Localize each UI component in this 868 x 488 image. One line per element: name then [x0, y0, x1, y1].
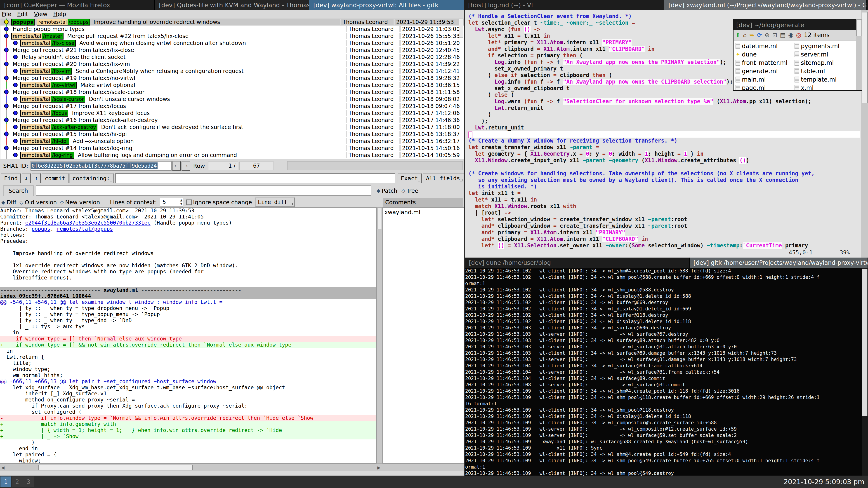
find-down-button[interactable]: ↓	[22, 173, 31, 183]
commit-row[interactable]: popupsremotes/tal/popupsImprove handling…	[0, 19, 464, 26]
menu-view[interactable]: View	[34, 11, 47, 18]
new-version-radio[interactable]: ◇New version	[60, 199, 100, 205]
branch-ref-badge[interactable]: popups	[11, 19, 35, 26]
commit-row[interactable]: Merge pull request #19 from talex5/no-vi…	[0, 74, 464, 82]
commit-row[interactable]: remotes/tal/scale-cursorDon't unscale cu…	[0, 96, 464, 103]
branch-ref-badge[interactable]: remotes/tal/hi-dpi	[20, 138, 69, 144]
refresh-icon[interactable]: ⟳	[757, 32, 762, 38]
window-tab[interactable]: [dev] Qubes-lite with KVM and Wayland - …	[155, 0, 309, 10]
patch-radio[interactable]: ◆Patch	[377, 188, 397, 194]
search-input[interactable]	[36, 186, 371, 196]
file-item[interactable]: generate.ml	[736, 67, 793, 75]
commit-link[interactable]: e2044f31d8a66a37e6353e62c550070bb27331ec	[25, 220, 151, 226]
commit-row[interactable]: Merge pull request #15 from talex5/hi-dp…	[0, 131, 464, 138]
branch-ref-badge[interactable]: remotes/tal/fix-vim	[20, 68, 72, 74]
file-item[interactable]: pygments.ml	[795, 42, 852, 50]
old-version-radio[interactable]: ◇Old version	[20, 199, 57, 205]
commit-row[interactable]: remotes/tal/focusImprove X11 keyboard fo…	[0, 109, 464, 117]
terminal-output[interactable]: 2021-10-29 11:46:53.102 wl-client [INFO]…	[465, 268, 868, 476]
commit-row[interactable]: remotes/tal/fix-closeAvoid warning when …	[0, 39, 464, 46]
menu-file[interactable]: File	[2, 11, 11, 18]
commit-row[interactable]: remotes/tal/fix-vimSend a ConfigureNotif…	[0, 68, 464, 74]
window-tab[interactable]: [com] CueKeeper — Mozilla Firefox	[0, 0, 155, 10]
menu-edit[interactable]: Edit	[17, 11, 28, 18]
find-containing-dropdown[interactable]: containing:	[69, 173, 114, 183]
commit-row[interactable]: remotes/tal/ack-after-destroyDon't ack_c…	[0, 124, 464, 131]
diff-scrollbar[interactable]	[377, 207, 382, 464]
menu-help[interactable]: Help	[53, 11, 66, 18]
window-tab[interactable]: [dev] wayland-proxy-virtwl: All files - …	[309, 0, 464, 10]
line-diff-dropdown[interactable]: Line diff	[255, 197, 294, 207]
diff-horizontal-scrollbar[interactable]: ◀ ▶	[0, 464, 464, 471]
commit-row[interactable]: remotes/tal/masterMerge pull request #22…	[0, 33, 464, 39]
file-item[interactable]: template.ml	[795, 75, 852, 84]
file-manager-scrollbar[interactable]	[856, 20, 862, 90]
branch-ref-badge[interactable]: remotes/tal/no-virtwl	[20, 82, 77, 89]
branch-ref-badge[interactable]: remotes/tal/popups	[37, 19, 90, 26]
file-item[interactable]: ✦dune	[736, 50, 793, 59]
commit-row[interactable]: Merge pull request #17 from talex5/focus…	[0, 103, 464, 109]
commit-list[interactable]: popupsremotes/tal/popupsImprove handling…	[0, 19, 464, 159]
find-input[interactable]	[115, 173, 395, 183]
terminal-tab[interactable]: [dev] dune /home/user/blog	[465, 258, 690, 268]
scroll-left-icon[interactable]: ◀	[1, 465, 4, 470]
file-item[interactable]: main.ml	[736, 75, 793, 84]
window-tab[interactable]: [dev] xwayland.ml (~/Projects/wayland/wa…	[664, 0, 867, 10]
spinner-arrows-icon[interactable]: ▲▼	[180, 198, 182, 205]
find-type-dropdown[interactable]: commit	[41, 173, 68, 183]
branch-ref-badge[interactable]: remotes/tal/ack-after-destroy	[20, 124, 97, 131]
changed-file-item[interactable]: xwayland.ml	[384, 209, 464, 216]
context-spinner[interactable]: 5▲▼	[160, 198, 183, 206]
workspace-button[interactable]: 2	[12, 477, 23, 487]
workspace-button[interactable]: 3	[23, 477, 34, 487]
file-item[interactable]: datetime.ml	[736, 42, 793, 50]
commit-row[interactable]: Merge pull request #20 from talex5/fix-v…	[0, 61, 464, 68]
commit-row[interactable]: Handle popup menu typesThomas Leonard202…	[0, 26, 464, 33]
zoom-select-icon[interactable]: ⊡	[772, 32, 777, 38]
eye-icon[interactable]: ◉	[788, 32, 794, 38]
branch-ref-badge[interactable]: remotes/tal/focus	[20, 110, 68, 117]
file-item[interactable]: sitemap.ml	[795, 59, 852, 67]
file-item[interactable]: page.ml	[736, 84, 793, 90]
up-arrow-icon[interactable]: ⬆	[735, 32, 740, 38]
branch-ref-badge[interactable]: remotes/tal/log-ring	[20, 152, 74, 159]
branch-ref-badge[interactable]: remotes/tal/scale-cursor	[20, 96, 85, 103]
workspace-button[interactable]: 1	[0, 477, 11, 487]
find-up-button[interactable]: ↑	[32, 173, 41, 183]
sha1-input[interactable]: 0f6e8d2225f02b56ab1f3c7778ba75ff9de5ad24	[31, 161, 172, 170]
scroll-thumb[interactable]	[38, 465, 193, 470]
commit-list-scrollbar[interactable]	[458, 19, 464, 26]
search-button[interactable]: Search	[3, 185, 33, 196]
commit-row[interactable]: Merge pull request #21 from talex5/fix-c…	[0, 46, 464, 54]
ignore-space-checkbox[interactable]: Ignore space change	[186, 199, 252, 205]
file-item[interactable]: front_matter.ml	[736, 59, 793, 67]
commit-row[interactable]: remotes/tal/log-ringAllow buffering logs…	[0, 152, 464, 159]
branch-ref-badge[interactable]: remotes/tal/fix-close	[20, 40, 76, 46]
list-view-icon[interactable]: ▤	[780, 32, 786, 38]
file-manager-list[interactable]: datetime.ml✦dunefront_matter.mlgenerate.…	[734, 40, 862, 90]
commit-link[interactable]: popups	[31, 226, 50, 232]
commit-row[interactable]: remotes/tal/no-virtwlMake virtwl optiona…	[0, 82, 464, 89]
commit-row[interactable]: Relay shouldn't close the client socketT…	[0, 54, 464, 61]
scroll-right-icon[interactable]: ▶	[377, 465, 380, 470]
zoom-in-icon[interactable]: ⊕	[765, 32, 770, 38]
find-exact-dropdown[interactable]: Exact	[398, 173, 422, 183]
scroll-thumb[interactable]	[459, 19, 463, 37]
commit-link[interactable]: remotes/tal/popups	[57, 226, 113, 232]
commit-row[interactable]: Merge pull request #18 from talex5/scale…	[0, 89, 464, 96]
jump-icon[interactable]: ➥	[749, 32, 754, 38]
terminal-tab[interactable]: [dev] gitk /home/user/Projects/wayland/w…	[690, 258, 868, 268]
diff-radio[interactable]: ◆Diff	[1, 199, 16, 205]
changed-file-list[interactable]: xwayland.ml	[382, 207, 464, 464]
find-fields-dropdown[interactable]: All fields	[423, 173, 464, 183]
home-icon[interactable]: ⌂	[743, 32, 747, 38]
find-button[interactable]: Find	[1, 173, 21, 183]
commit-row[interactable]: Merge pull request #14 from talex5/log-r…	[0, 144, 464, 152]
commit-row[interactable]: remotes/tal/hi-dpiAdd --x-unscale option…	[0, 138, 464, 144]
terminal-scrollbar[interactable]	[862, 268, 868, 476]
branch-ref-badge[interactable]: remotes/tal/master	[11, 33, 64, 39]
file-item[interactable]: x.ml	[795, 84, 852, 90]
diff-pane[interactable]: Author: Thomas Leonard <talex5@gmail.com…	[0, 207, 377, 464]
file-item[interactable]: server.ml	[795, 50, 852, 59]
history-forward-button[interactable]: →	[182, 161, 190, 170]
